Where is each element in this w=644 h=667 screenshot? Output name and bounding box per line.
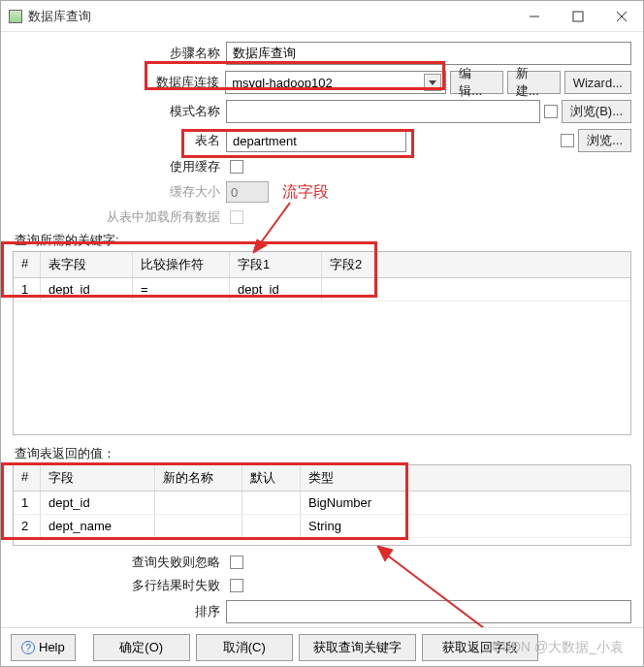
edit-button[interactable]: 编辑... [450,71,503,94]
cell-field2[interactable] [322,278,380,301]
label-fail-ignore: 查询失败则忽略 [13,554,226,571]
fail-ignore-checkbox[interactable] [230,556,243,569]
cell-field1[interactable]: dept_id [230,278,322,301]
cell-field[interactable]: dept_id [41,492,155,514]
content-area: 步骤名称 数据库连接 msyql-hadoop102 编辑... 新建... W… [1,32,643,627]
help-button[interactable]: ? Help [11,634,76,661]
multi-fail-checkbox[interactable] [230,579,243,592]
cell-table-field[interactable]: dept_id [41,278,133,301]
use-cache-checkbox[interactable] [230,160,243,174]
col-field2: 字段2 [322,252,380,277]
return-section-label: 查询表返回的值： [15,445,631,462]
load-all-checkbox[interactable] [230,210,243,224]
variable-icon[interactable] [561,134,574,147]
app-icon [9,10,22,23]
cell-type[interactable]: String [301,515,407,537]
cell-idx: 1 [14,278,41,301]
ok-button[interactable]: 确定(O) [93,634,190,661]
svg-marker-4 [429,80,436,85]
dialog-window: 数据库查询 步骤名称 数据库连接 msyql-hadoop102 编辑... 新… [0,0,644,667]
col-comparator: 比较操作符 [133,252,230,277]
minimize-button[interactable] [512,2,556,31]
titlebar: 数据库查询 [1,1,643,32]
keys-grid[interactable]: # 表字段 比较操作符 字段1 字段2 1 dept_id = dept_id [13,251,631,435]
label-multi-fail: 多行结果时失败 [13,577,226,594]
chevron-down-icon [424,74,441,91]
label-load-all: 从表中加载所有数据 [13,208,226,226]
window-title: 数据库查询 [28,8,512,25]
browse-schema-button[interactable]: 浏览(B)... [562,100,631,123]
label-cache-size: 缓存大小 [13,183,226,201]
table-row[interactable]: 2 dept_name String [14,515,630,538]
col-table-field: 表字段 [41,252,133,277]
col-field: 字段 [41,465,155,491]
db-connection-select[interactable]: msyql-hadoop102 [225,71,446,94]
table-row[interactable]: 1 dept_id BigNumber [14,492,630,515]
label-schema: 模式名称 [13,103,226,120]
table-input[interactable] [226,129,406,152]
close-button[interactable] [599,2,643,31]
cell-newname[interactable] [155,492,242,514]
cell-field[interactable]: dept_name [41,515,155,537]
label-use-cache: 使用缓存 [13,158,226,175]
cell-newname[interactable] [155,515,242,537]
col-idx: # [14,465,41,491]
cell-idx: 2 [14,515,41,537]
new-button[interactable]: 新建... [507,71,561,94]
maximize-button[interactable] [556,2,599,31]
step-name-input[interactable] [226,42,631,65]
annotation-stream-field: 流字段 [282,182,329,203]
table-row[interactable]: 1 dept_id = dept_id [14,278,630,302]
cell-default[interactable] [242,515,301,537]
cell-comparator[interactable]: = [133,278,230,301]
svg-rect-1 [573,12,583,21]
wizard-button[interactable]: Wizard... [564,71,631,94]
cell-default[interactable] [242,492,301,514]
return-grid[interactable]: # 字段 新的名称 默认 类型 1 dept_id BigNumber 2 de… [13,464,631,546]
col-default: 默认 [242,465,301,491]
help-label: Help [39,640,65,654]
db-conn-value: msyql-hadoop102 [232,76,424,90]
col-newname: 新的名称 [155,465,242,491]
button-bar: ? Help 确定(O) 取消(C) 获取查询关键字 获取返回字段 CSDN @… [1,627,643,666]
cell-idx: 1 [14,492,41,514]
get-keys-button[interactable]: 获取查询关键字 [299,634,416,661]
keys-section-label: 查询所需的关键字: [15,232,631,249]
schema-input[interactable] [226,100,540,123]
cache-size-input[interactable]: 0 [226,181,269,203]
label-db-conn: 数据库连接 [13,74,225,91]
cell-type[interactable]: BigNumber [301,492,407,514]
col-type: 类型 [301,465,407,491]
label-step-name: 步骤名称 [13,45,226,62]
label-table: 表名 [13,132,226,149]
variable-icon[interactable] [544,105,558,118]
return-grid-header: # 字段 新的名称 默认 类型 [14,465,630,492]
sort-input[interactable] [226,600,631,623]
browse-table-button[interactable]: 浏览... [578,129,631,152]
label-sort: 排序 [13,603,226,620]
keys-grid-header: # 表字段 比较操作符 字段1 字段2 [14,252,630,278]
get-fields-button[interactable]: 获取返回字段 [422,634,538,661]
cancel-button[interactable]: 取消(C) [196,634,293,661]
col-field1: 字段1 [230,252,322,277]
col-idx: # [14,252,41,277]
help-icon: ? [21,641,35,654]
